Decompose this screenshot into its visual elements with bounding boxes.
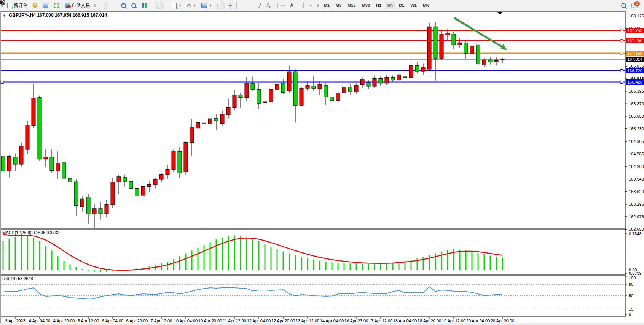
timeframe-h1[interactable]: H1 (373, 2, 384, 9)
candle-body (263, 102, 267, 103)
candle-body (202, 123, 206, 124)
candle-body (287, 72, 291, 91)
candle-body (245, 83, 249, 98)
price-tick-label: 163.295 (629, 202, 644, 206)
candle-body (80, 199, 84, 207)
macd-name: MACD(12,26,9) (2, 230, 31, 235)
zoom-in-button[interactable]: + (119, 2, 128, 9)
candle-body (342, 87, 346, 93)
text-label-button[interactable]: T (296, 2, 306, 9)
candle-body (220, 114, 224, 124)
toolbar-grip (217, 2, 218, 9)
fibonacci-button[interactable]: F (274, 2, 287, 9)
candle-body (409, 66, 413, 78)
line-handle-right[interactable] (620, 29, 623, 32)
chart-shift-button[interactable] (160, 2, 164, 9)
line-handle-left[interactable] (1, 81, 3, 83)
chevron-down-icon: ▼ (193, 4, 196, 7)
notifications-button[interactable]: 1 (629, 2, 640, 9)
candle-body (190, 127, 194, 143)
timeframe-m5[interactable]: M5 (333, 2, 344, 9)
radio-signal-icon (54, 3, 59, 8)
timeframe-mn[interactable]: MN (420, 2, 432, 9)
templates-button[interactable]: ▼ (199, 2, 214, 9)
line-handle-right[interactable] (620, 81, 623, 83)
price-label-text: 167.490 (627, 38, 642, 43)
vertical-line-button[interactable]: | (239, 2, 245, 9)
text-button[interactable]: A (288, 2, 296, 9)
candle-body (196, 122, 200, 128)
line-chart-type-button[interactable] (109, 2, 114, 9)
auto-trading-button[interactable]: 自动交易 (62, 2, 92, 9)
candle-body (360, 79, 364, 85)
metaeditor-button[interactable] (30, 2, 40, 9)
fibonacci-icon (276, 3, 282, 8)
horizontal-line-button[interactable]: — (246, 2, 255, 9)
time-tick-label: 20 Apr 04:00 (466, 319, 490, 323)
trendline-button[interactable]: ╱ (256, 2, 264, 9)
candle-body (306, 85, 309, 88)
timeframe-m1[interactable]: M1 (321, 2, 332, 9)
candle-body (354, 85, 358, 92)
chart-title[interactable]: ▼ GBPJPY-,H4 167.000 167.054 166.915 167… (3, 13, 107, 18)
rsi-name: RSI(14) (2, 276, 17, 281)
candle-body (62, 163, 66, 178)
auto-scroll-button[interactable] (155, 2, 159, 9)
candle-body (385, 77, 389, 83)
tile-windows-button[interactable] (139, 2, 150, 9)
chart-background (0, 11, 644, 325)
line-handle-right[interactable] (620, 52, 623, 55)
timeframe-w1[interactable]: W1 (408, 2, 419, 9)
candle-body (141, 186, 145, 195)
channel-button[interactable]: ⫽E (265, 2, 273, 9)
signals-button[interactable] (51, 2, 62, 9)
arrows-button[interactable]: ▼ (307, 2, 315, 9)
candle-body (26, 125, 29, 149)
rsi-value: 53.2548 (18, 276, 33, 281)
line-handle-right[interactable] (620, 40, 623, 42)
zoom-out-icon: − (131, 3, 136, 8)
price-tick-label: 165.870 (629, 101, 644, 106)
candle-body (166, 169, 169, 174)
macd-scale-label: 0.7848 (629, 231, 642, 236)
candle-body (68, 178, 72, 182)
periods-button[interactable]: ◷▼ (185, 2, 198, 9)
candle-body (379, 79, 383, 83)
crosshair-button[interactable]: ┼ (226, 2, 234, 9)
timeframe-m15[interactable]: M15 (345, 2, 358, 9)
candle-body (373, 79, 376, 87)
candle-body (476, 45, 480, 64)
candle-body (233, 95, 236, 108)
time-tick-label: 13 Apr 12:00 (296, 319, 319, 323)
candle-body (257, 89, 261, 103)
candle-body (427, 27, 431, 69)
candle-body (300, 88, 303, 105)
zoom-out-button[interactable]: − (129, 2, 139, 9)
candlestick-type-button[interactable] (104, 2, 108, 9)
time-tick-label: 7 Apr 12:00 (151, 319, 172, 323)
candle-body (251, 84, 255, 89)
search-button[interactable] (619, 2, 628, 9)
timeframe-h4[interactable]: H4 (385, 2, 395, 9)
time-tick-label: 18 Apr 04:00 (393, 319, 417, 323)
macd-indicator-label: MACD(12,26,9) 0.2696 0.3732 (2, 230, 59, 235)
indicators-button[interactable]: ▼ (169, 2, 184, 9)
timeframe-m30[interactable]: M30 (359, 2, 373, 9)
candle-body (391, 77, 395, 80)
line-handle-right[interactable] (620, 70, 623, 72)
candle-body (86, 197, 90, 214)
auto-trading-label: 自动交易 (72, 2, 90, 9)
candle-body (74, 182, 78, 206)
candle-body (501, 59, 504, 60)
horizontal-line-icon: — (248, 3, 253, 8)
bar-chart-type-button[interactable] (99, 2, 103, 9)
price-tick-label: 163.940 (629, 177, 644, 181)
candle-body (159, 175, 163, 179)
market-watch-button[interactable] (40, 2, 51, 9)
search-icon (621, 3, 626, 8)
timeframe-d1[interactable]: D1 (396, 2, 407, 9)
new-order-button[interactable]: 新订单 (5, 2, 30, 9)
toolbar-grip (317, 2, 319, 9)
cursor-button[interactable] (221, 2, 225, 9)
candle-body (275, 84, 279, 89)
